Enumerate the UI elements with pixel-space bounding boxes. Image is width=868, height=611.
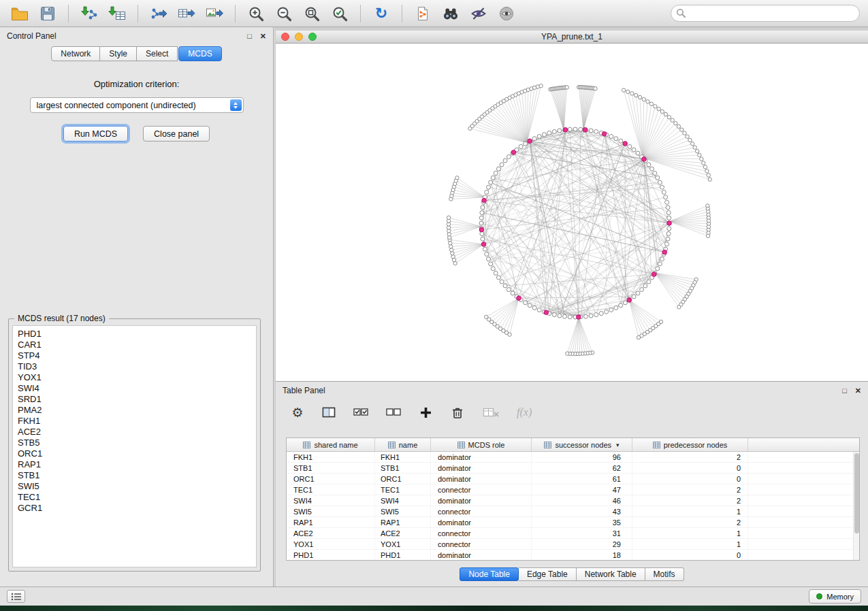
tab-node-table[interactable]: Node Table	[460, 567, 519, 581]
column-header-shared-name[interactable]: shared name	[287, 438, 375, 451]
mcds-result-list[interactable]: PHD1CAR1STP4TID3YOX1SWI4SRD1PMA2FKH1ACE2…	[12, 325, 257, 567]
table-cell[interactable]: 35	[532, 517, 632, 527]
column-visibility-button[interactable]	[322, 405, 336, 420]
table-row[interactable]: STB1STB1dominator620	[287, 463, 853, 474]
tab-network[interactable]: Network	[51, 46, 100, 61]
export-document-button[interactable]	[411, 3, 434, 24]
function-builder-button[interactable]: f(x)	[517, 405, 532, 420]
search-input[interactable]	[671, 5, 860, 22]
close-panel-icon[interactable]: ✕	[855, 387, 861, 395]
table-cell[interactable]: dominator	[431, 495, 532, 506]
mcds-result-item[interactable]: STP4	[18, 350, 251, 361]
table-cell[interactable]: ACE2	[375, 528, 431, 538]
scrollbar-thumb[interactable]	[854, 453, 859, 533]
table-row[interactable]: ORC1ORC1dominator610	[287, 474, 853, 484]
table-row[interactable]: PHD1PHD1dominator180	[287, 550, 853, 560]
export-table-button[interactable]	[175, 3, 198, 24]
show-overview-button[interactable]	[495, 3, 518, 24]
save-session-button[interactable]	[36, 3, 59, 24]
table-cell[interactable]: dominator	[431, 474, 532, 484]
network-graph-svg[interactable]	[276, 44, 868, 381]
table-cell[interactable]: FKH1	[375, 452, 431, 462]
table-cell[interactable]: STB1	[375, 463, 431, 473]
close-panel-button[interactable]: Close panel	[143, 126, 210, 142]
search-network-button[interactable]	[439, 3, 462, 24]
table-cell[interactable]: 29	[532, 539, 632, 549]
table-cell[interactable]: 1	[632, 539, 748, 549]
table-cell[interactable]: 2	[632, 517, 748, 527]
table-row[interactable]: YOX1YOX1connector291	[287, 539, 853, 550]
table-row[interactable]: SWI5SWI5connector431	[287, 506, 853, 517]
deselect-all-button[interactable]	[386, 405, 401, 420]
zoom-selected-button[interactable]	[328, 3, 351, 24]
table-cell[interactable]: 2	[632, 452, 748, 462]
tab-style[interactable]: Style	[100, 46, 137, 61]
mcds-result-item[interactable]: SWI4	[18, 383, 251, 394]
tab-edge-table[interactable]: Edge Table	[519, 567, 577, 581]
table-cell[interactable]: YOX1	[287, 539, 375, 549]
export-image-button[interactable]	[203, 3, 226, 24]
table-cell[interactable]: RAP1	[375, 517, 431, 527]
mcds-result-item[interactable]: TID3	[18, 361, 251, 372]
table-cell[interactable]: 2	[632, 484, 748, 495]
table-cell[interactable]: SWI4	[287, 495, 375, 506]
table-cell[interactable]: FKH1	[287, 452, 375, 462]
column-header-successor-nodes[interactable]: successor nodes ▾	[532, 438, 632, 451]
table-cell[interactable]: SWI5	[375, 506, 431, 516]
table-row[interactable]: FKH1FKH1dominator962	[287, 452, 853, 463]
table-cell[interactable]: 62	[532, 463, 632, 473]
table-cell[interactable]: dominator	[431, 452, 532, 462]
table-cell[interactable]: connector	[431, 506, 532, 516]
close-panel-icon[interactable]: ✕	[260, 33, 266, 40]
table-cell[interactable]: connector	[431, 484, 532, 495]
table-cell[interactable]: TEC1	[287, 484, 375, 495]
import-table-button[interactable]	[106, 3, 129, 24]
table-cell[interactable]: PHD1	[287, 550, 375, 560]
table-row[interactable]: ACE2ACE2connector311	[287, 528, 853, 539]
refresh-view-button[interactable]: ↻	[370, 3, 393, 24]
zoom-out-button[interactable]	[272, 3, 295, 24]
hide-details-button[interactable]	[467, 3, 490, 24]
table-row[interactable]: TEC1TEC1connector472	[287, 484, 853, 495]
table-cell[interactable]: 61	[532, 474, 632, 484]
zoom-fit-button[interactable]	[300, 3, 323, 24]
table-row[interactable]: SWI4SWI4dominator462	[287, 495, 853, 506]
window-close-light[interactable]	[281, 33, 289, 41]
select-all-button[interactable]	[353, 405, 368, 420]
import-network-button[interactable]	[78, 3, 101, 24]
memory-button[interactable]: Memory	[809, 589, 861, 604]
table-cell[interactable]: 96	[532, 452, 632, 462]
table-scrollbar[interactable]	[853, 452, 859, 560]
mcds-result-item[interactable]: PMA2	[18, 405, 251, 416]
table-cell[interactable]: ACE2	[287, 528, 375, 538]
table-cell[interactable]: dominator	[431, 550, 532, 560]
delete-columns-button[interactable]	[450, 405, 465, 420]
table-settings-button[interactable]: ⚙	[291, 405, 304, 420]
column-header-predecessor-nodes[interactable]: predecessor nodes	[632, 438, 748, 451]
table-cell[interactable]: 1	[632, 528, 748, 538]
network-canvas[interactable]	[276, 44, 868, 381]
tab-network-table[interactable]: Network Table	[577, 567, 645, 581]
float-panel-icon[interactable]: □	[247, 33, 252, 40]
table-cell[interactable]: ORC1	[287, 474, 375, 484]
table-cell[interactable]: YOX1	[375, 539, 431, 549]
add-column-button[interactable]	[419, 405, 432, 420]
table-cell[interactable]: 0	[632, 474, 748, 484]
table-cell[interactable]: dominator	[431, 517, 532, 527]
table-cell[interactable]: SWI4	[375, 495, 431, 506]
table-cell[interactable]: connector	[431, 539, 532, 549]
table-cell[interactable]: 31	[532, 528, 632, 538]
export-network-button[interactable]	[147, 3, 170, 24]
table-cell[interactable]: 0	[632, 550, 748, 560]
table-cell[interactable]: STB1	[287, 463, 375, 473]
table-cell[interactable]: 47	[532, 484, 632, 495]
table-cell[interactable]: 18	[532, 550, 632, 560]
table-cell[interactable]: dominator	[431, 463, 532, 473]
mcds-result-item[interactable]: SRD1	[18, 394, 251, 405]
mcds-result-item[interactable]: CAR1	[18, 340, 251, 350]
column-header-name[interactable]: name	[375, 438, 431, 451]
table-cell[interactable]: TEC1	[375, 484, 431, 495]
table-cell[interactable]: 46	[532, 495, 632, 506]
mcds-result-item[interactable]: TEC1	[18, 492, 251, 503]
delete-table-button[interactable]	[483, 405, 499, 420]
